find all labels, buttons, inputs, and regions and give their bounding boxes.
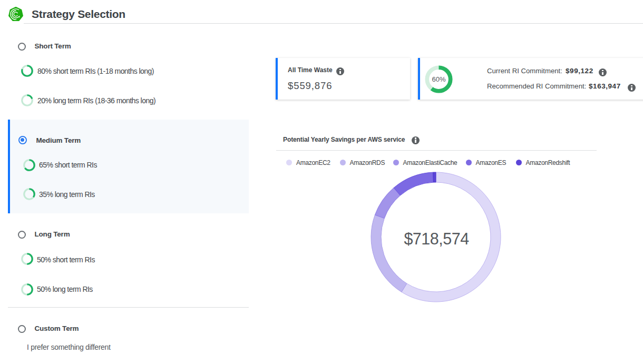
svg-text:60%: 60% xyxy=(432,75,445,83)
